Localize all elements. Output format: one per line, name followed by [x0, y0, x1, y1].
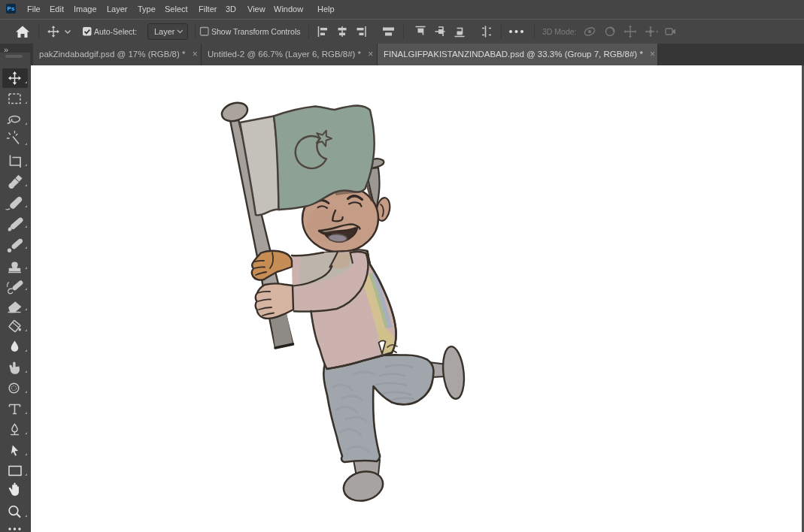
svg-text:Layer: Layer — [154, 27, 175, 36]
